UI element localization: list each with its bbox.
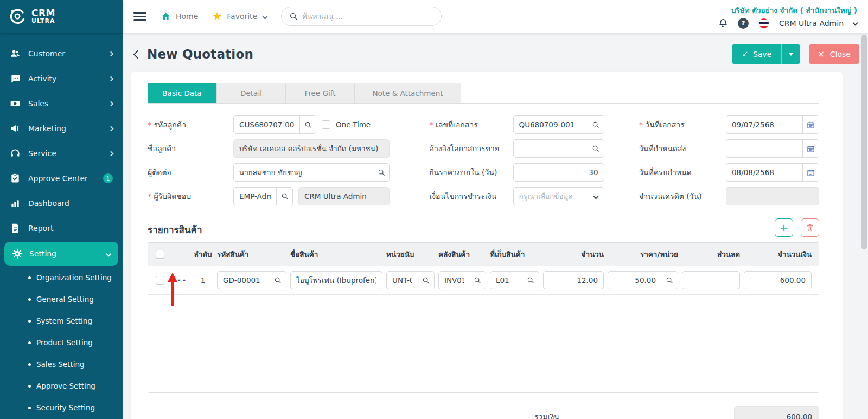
payment-terms-input[interactable] [514,188,588,205]
one-time-checkbox[interactable] [322,120,330,129]
sidebar-subitem-organization-setting[interactable]: Organization Setting [0,267,123,288]
customer-code-search-icon[interactable] [299,116,316,133]
tab-basic-data[interactable]: Basic Data [148,83,216,103]
sidebar-subitem-security-setting[interactable]: Security Setting [0,397,123,418]
amount-field [744,271,812,289]
tab-detail[interactable]: Detail [216,83,285,103]
tab-free-gift[interactable]: Free Gift [285,83,354,103]
sidebar-subitem-approve-setting[interactable]: Approve Setting [0,375,123,397]
row-no: 1 [193,276,213,285]
sidebar-subitem-label: General Setting [36,295,94,304]
add-row-button[interactable]: + [775,218,793,237]
sidebar-item-service[interactable]: Service [0,141,123,166]
contact-input[interactable] [234,164,373,181]
sidebar-item-sales[interactable]: Sales [0,91,123,116]
scrollbar-thumb[interactable] [861,35,867,249]
sidebar-item-label: Activity [28,74,101,83]
col-no: ลำดับ [193,248,213,260]
payment-terms-select[interactable] [513,187,604,205]
chevron-down-icon [263,14,268,19]
owner-search-icon[interactable] [276,188,292,205]
row-menu-icon[interactable]: ••• [171,276,187,285]
location-field [490,271,539,289]
items-table: ลำดับ รหัสสินค้า ชื่อสินค้า หน่วยนับ คลั… [148,242,819,393]
product-code-input[interactable] [218,272,270,289]
save-dropdown-toggle[interactable] [782,44,800,64]
notifications-bell-icon[interactable] [718,18,728,28]
search-input[interactable] [302,12,433,21]
quotation-card: Basic Data Detail Free Gift Note & Attac… [131,72,843,419]
tab-note-attachment[interactable]: Note & Attachment [354,83,461,103]
language-flag-icon[interactable] [758,18,769,29]
save-button[interactable]: ✓Save [732,44,800,64]
unit-search-icon[interactable] [418,272,434,289]
sidebar-subitem-label: Sales Setting [36,360,85,369]
row-checkbox[interactable] [156,276,164,285]
menu-toggle-icon[interactable] [133,12,146,21]
price-search-icon[interactable] [661,272,678,289]
sidebar-item-setting[interactable]: Setting [4,242,118,266]
home-link[interactable]: Home [161,11,198,22]
opportunity-input[interactable] [514,140,588,157]
sidebar-item-dashboard[interactable]: Dashboard [0,191,123,216]
back-icon[interactable] [133,50,142,59]
valid-days-input[interactable] [514,164,604,181]
sidebar-subitem-general-setting[interactable]: General Setting [0,288,123,310]
due-date-input[interactable] [726,164,802,181]
product-name-input[interactable] [291,272,382,289]
discount-input[interactable] [682,272,739,289]
unit-input[interactable] [387,272,418,289]
sidebar-subitem-sales-setting[interactable]: Sales Setting [0,353,123,375]
sidebar-item-activity[interactable]: Activity [0,66,123,91]
users-icon [10,48,21,59]
contact-search-icon[interactable] [373,164,389,181]
select-all-checkbox[interactable] [156,250,164,259]
warehouse-input[interactable] [439,272,469,289]
delete-row-button[interactable] [801,218,819,237]
close-button[interactable]: ×Close [809,44,859,64]
totals-row: รวมเงิน 600.00 [148,406,819,419]
customer-code-input[interactable] [234,116,299,133]
sidebar-subitem-system-setting[interactable]: System Setting [0,310,123,332]
calendar-icon[interactable] [802,116,819,133]
calendar-icon[interactable] [802,164,819,181]
bullet-icon [28,407,31,409]
bullet-icon [28,385,31,388]
sidebar-subitem-product-setting[interactable]: Product Setting [0,332,123,353]
doc-no-search-icon[interactable] [588,116,604,133]
opportunity-search-icon[interactable] [588,140,604,157]
contact-label: ผู้ติดต่อ [148,166,233,178]
owner-code-input[interactable] [234,188,276,205]
content: New Quotation ✓Save ×Close Basic Data De… [123,33,868,419]
sidebar-item-marketing[interactable]: Marketing [0,116,123,141]
doc-no-input[interactable] [514,116,588,133]
product-name-field [290,271,382,289]
product-code-field [217,271,286,289]
sidebar-item-customer[interactable]: Customer [0,41,123,66]
credit-days-label: จำนวนเครดิต (วัน) [639,190,726,202]
product-code-search-icon[interactable] [270,272,286,289]
star-icon: ★ [212,11,222,22]
close-button-label: Close [830,50,851,59]
delivery-date-input[interactable] [726,140,802,157]
quantity-input[interactable] [544,272,603,289]
payment-terms-dropdown-icon[interactable] [588,188,604,205]
brand[interactable]: CRM ULTRA [0,0,123,33]
sidebar-item-report[interactable]: Report [0,216,123,241]
amount-input[interactable] [744,272,811,289]
user-menu-label[interactable]: CRM Ultra Admin [779,19,844,28]
location-input[interactable] [490,272,522,289]
approve-center-badge: 1 [103,173,113,183]
sidebar-item-approve-center[interactable]: Approve Center 1 [0,166,123,191]
unit-price-input[interactable] [608,272,661,289]
doc-date-input[interactable] [726,116,802,133]
items-table-empty-area [148,295,819,392]
main-area: Home ★ Favorite บริษัท ตัวอย่าง จำกัด ( … [123,0,868,419]
warehouse-search-icon[interactable] [469,272,486,289]
location-search-icon[interactable] [522,272,539,289]
favorite-menu[interactable]: ★ Favorite [212,11,267,22]
tab-bar: Basic Data Detail Free Gift Note & Attac… [148,83,819,104]
due-date-label: วันที่ครบกำหนด [639,166,726,178]
calendar-icon[interactable] [802,140,819,157]
help-icon[interactable]: ? [738,18,749,29]
